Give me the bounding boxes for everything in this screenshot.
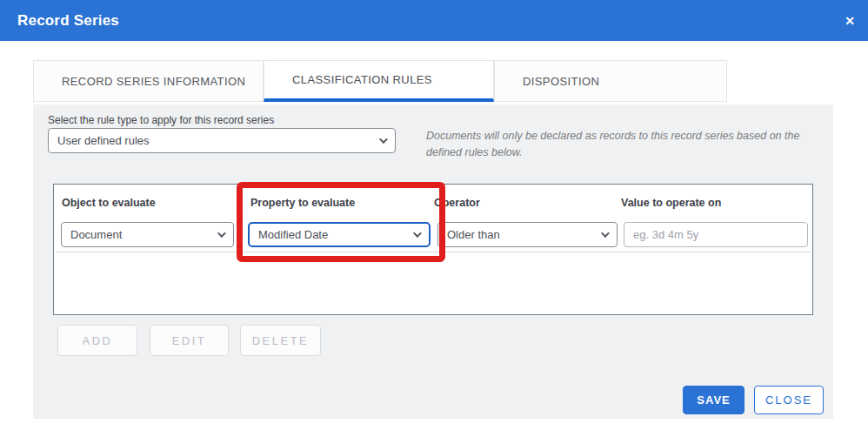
tab-label: CLASSIFICATION RULES <box>292 73 432 86</box>
rule-type-label: Select the rule type to apply for this r… <box>48 114 274 126</box>
column-header-operator: Operator <box>434 197 480 209</box>
save-button[interactable]: SAVE <box>683 386 744 414</box>
modal-header: Record Series ✕ <box>0 0 868 41</box>
close-button[interactable]: CLOSE <box>754 386 824 414</box>
property-selected-value: Modified Date <box>258 228 328 241</box>
column-header-value: Value to operate on <box>621 197 721 209</box>
value-to-operate-on-input[interactable] <box>624 222 808 247</box>
operator-selected-value: Older than <box>447 228 500 241</box>
tab-record-series-information[interactable]: RECORD SERIES INFORMATION <box>33 60 264 102</box>
record-series-modal: Record Series ✕ RECORD SERIES INFORMATIO… <box>0 0 868 437</box>
chevron-down-icon <box>601 229 610 238</box>
edit-button[interactable]: EDIT <box>150 325 229 356</box>
row-separator <box>56 252 811 252</box>
delete-button[interactable]: DELETE <box>240 325 321 356</box>
rule-type-select[interactable]: User defined rules <box>48 128 396 153</box>
tab-disposition[interactable]: DISPOSITION <box>494 60 727 102</box>
tab-classification-rules[interactable]: CLASSIFICATION RULES <box>264 60 494 102</box>
classification-rules-panel: Select the rule type to apply for this r… <box>33 104 833 419</box>
tab-label: DISPOSITION <box>523 75 599 88</box>
chevron-down-icon <box>217 229 226 238</box>
chevron-down-icon <box>379 135 388 144</box>
chevron-down-icon <box>413 229 422 238</box>
column-header-property: Property to evaluate <box>250 197 355 209</box>
rule-type-selected-value: User defined rules <box>57 134 150 147</box>
object-to-evaluate-select[interactable]: Document <box>61 222 234 247</box>
tab-label: RECORD SERIES INFORMATION <box>62 75 245 88</box>
modal-title: Record Series <box>0 12 119 30</box>
object-selected-value: Document <box>70 228 122 241</box>
close-icon[interactable]: ✕ <box>845 0 855 41</box>
column-header-object: Object to evaluate <box>62 197 156 209</box>
rules-table: Object to evaluate Property to evaluate … <box>53 184 813 315</box>
operator-select[interactable]: Older than <box>437 222 618 247</box>
add-button[interactable]: ADD <box>57 325 137 356</box>
property-to-evaluate-select[interactable]: Modified Date <box>248 222 431 247</box>
rules-info-text: Documents will only be declared as recor… <box>426 128 828 162</box>
